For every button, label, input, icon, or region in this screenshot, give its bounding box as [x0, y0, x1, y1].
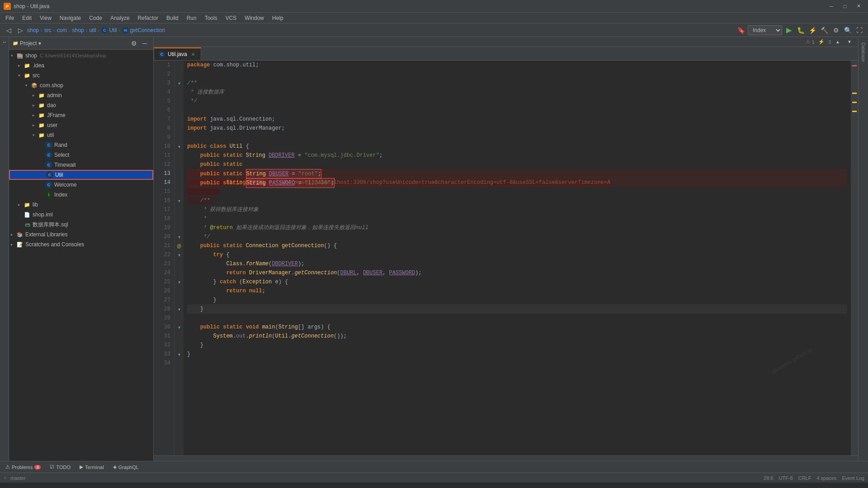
tree-shop-iml[interactable]: 📄 shop.iml [9, 210, 153, 220]
nav-back-button[interactable]: ◁ [4, 25, 14, 35]
horizontal-scrollbar[interactable] [154, 455, 858, 461]
nav-util-class[interactable]: Util [109, 27, 117, 33]
tree-lib[interactable]: ▸ 📁 lib [9, 200, 153, 210]
tree-select[interactable]: C Select [9, 150, 153, 160]
bookmark-button[interactable]: 🔖 [736, 25, 746, 35]
menu-view[interactable]: View [36, 14, 55, 22]
terminal-icon: ▶ [80, 464, 83, 470]
nav-getconnection[interactable]: getConnection [130, 27, 165, 33]
nav-util[interactable]: util [89, 27, 96, 33]
code-line-14: public static String PASSWORD = "123456"… [187, 178, 847, 187]
code-line-20: */ [187, 232, 847, 241]
run-button[interactable]: ▶ [784, 25, 794, 35]
line-23: 23 [154, 259, 174, 268]
code-line-27: } [187, 296, 847, 305]
editor-area: ⚠ 1 ⚡ 3 ▲ ▼ C Util.java ✕ 1 2 3 4 5 6 [154, 37, 858, 461]
code-line-19: * @return 如果连接成功则返回连接对象，如果连接失败返回null [187, 223, 847, 232]
tree-util[interactable]: ▾ 📁 util [9, 130, 153, 140]
tree-ext-lib[interactable]: ▸ 📚 External Libraries [9, 230, 153, 239]
minimize-button[interactable]: ─ [826, 2, 837, 10]
tree-idea[interactable]: ▸ 📁 .idea [9, 61, 153, 70]
getconnection-icon: m [122, 27, 128, 33]
nav-com[interactable]: com [57, 27, 67, 33]
tree-user[interactable]: ▸ 📁 user [9, 120, 153, 130]
tab-util-java[interactable]: C Util.java ✕ [154, 47, 201, 60]
code-line-24: return DriverManager.getConnection(DBURL… [187, 268, 847, 277]
debug-button[interactable]: 🐛 [796, 25, 806, 35]
code-line-26: return null; [187, 286, 847, 296]
tree-dao[interactable]: ▸ 📁 dao [9, 100, 153, 110]
todo-icon: ☑ [50, 464, 54, 470]
code-editor[interactable]: javayms.github.io package com.shop.util;… [184, 61, 851, 455]
line-1: 1 [154, 61, 174, 70]
nav-src[interactable]: src [44, 27, 52, 33]
sidebar-strip: 1 [0, 37, 9, 461]
menu-window[interactable]: Window [241, 14, 268, 22]
tree-shop[interactable]: ▾ 🏬 shop C:\Users\51414\Desktop\shop [9, 51, 153, 61]
tree-rand[interactable]: C Rand [9, 140, 153, 150]
tree-src[interactable]: ▾ 📁 src [9, 70, 153, 80]
warnings-down[interactable]: ▼ [844, 37, 854, 47]
tree-welcome[interactable]: C Welcome [9, 180, 153, 190]
line-3: 3 [154, 79, 174, 88]
tab-close-button[interactable]: ✕ [190, 51, 196, 57]
todo-tab[interactable]: ☑ TODO [48, 463, 72, 471]
line-17: 17 [154, 205, 174, 214]
project-collapse-button[interactable]: ─ [140, 38, 150, 48]
menu-vcs[interactable]: VCS [222, 14, 241, 22]
warnings-up[interactable]: ▲ [833, 37, 843, 47]
nav-shop2[interactable]: shop [72, 27, 84, 33]
tree-timewait[interactable]: C Timewait [9, 160, 153, 170]
nav-shop[interactable]: shop [27, 27, 39, 33]
coverage-button[interactable]: ⚡ [807, 25, 817, 35]
fullscreen-button[interactable]: ⛶ [854, 25, 864, 35]
graphql-tab[interactable]: ◈ GraphQL [111, 463, 141, 471]
tree-sql[interactable]: 🗃 数据库脚本.sql [9, 220, 153, 230]
nav-forward-button[interactable]: ▷ [15, 25, 25, 35]
code-line-9 [187, 133, 847, 142]
tree-jframe[interactable]: ▸ 📁 JFrame [9, 110, 153, 120]
database-panel-tab[interactable]: Database [860, 39, 867, 66]
menu-analyze[interactable]: Analyze [107, 14, 133, 22]
menu-file[interactable]: File [2, 14, 18, 22]
problems-tab[interactable]: ⚠ Problems 6 [4, 463, 42, 471]
tab-bar: C Util.java ✕ [154, 47, 858, 61]
menu-help[interactable]: Help [269, 14, 287, 22]
maximize-button[interactable]: □ [839, 2, 851, 10]
tree-scratches[interactable]: ▸ 📝 Scratches and Consoles [9, 239, 153, 249]
tree-util-class[interactable]: C Util [9, 170, 153, 180]
event-log[interactable]: Event Log [842, 475, 864, 481]
close-button[interactable]: ✕ [853, 2, 864, 10]
code-line-2 [187, 70, 847, 79]
index-dropdown[interactable]: Index [748, 25, 782, 35]
menu-tools[interactable]: Tools [201, 14, 221, 22]
right-error-gutter [851, 61, 858, 455]
right-panel-strip: Database [858, 37, 868, 461]
warning-marker [852, 93, 857, 94]
project-settings-button[interactable]: ⚙ [129, 38, 139, 48]
line-4: 4 [154, 88, 174, 97]
menu-navigate[interactable]: Navigate [56, 14, 85, 22]
menu-refactor[interactable]: Refactor [134, 14, 162, 22]
menu-code[interactable]: Code [85, 14, 106, 22]
line-22: 22 [154, 250, 174, 259]
line-33: 33 [154, 350, 174, 359]
line-24: 24 [154, 268, 174, 277]
tree-admin[interactable]: ▸ 📁 admin [9, 90, 153, 100]
settings-button[interactable]: ⚙ [831, 25, 841, 35]
cursor-position: 28:6 [764, 475, 773, 481]
titlebar-title: shop - Util.java [14, 3, 49, 9]
terminal-tab[interactable]: ▶ Terminal [78, 463, 106, 471]
indent: 4 spaces [816, 475, 836, 481]
search-everywhere-button[interactable]: 🔍 [843, 25, 853, 35]
line-32: 32 [154, 341, 174, 350]
menu-build[interactable]: Build [163, 14, 182, 22]
titlebar-controls: ─ □ ✕ [826, 2, 864, 10]
build-button[interactable]: 🔨 [819, 25, 829, 35]
tree-com-shop[interactable]: ▾ 📦 com.shop [9, 80, 153, 90]
line-34: 34 [154, 359, 174, 368]
project-strip-icon[interactable]: 1 [1, 39, 8, 46]
menu-edit[interactable]: Edit [19, 14, 35, 22]
menu-run[interactable]: Run [183, 14, 200, 22]
tree-index[interactable]: I Index [9, 190, 153, 200]
